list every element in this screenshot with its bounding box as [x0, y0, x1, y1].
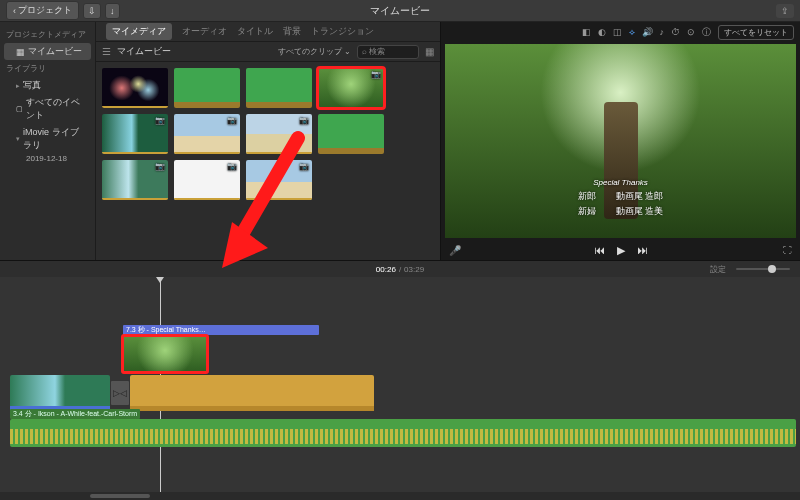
next-button[interactable]: ⏭ [637, 244, 648, 256]
search-input[interactable]: ⌕ 検索 [357, 45, 419, 59]
preview-viewer[interactable]: Special Thanks 新郎 動画尾 造郎 新婦 動画尾 造美 [445, 44, 796, 238]
media-thumb[interactable]: 📷 [246, 114, 312, 154]
filter-icon[interactable]: ⊙ [687, 27, 695, 37]
media-browser: マイメディア オーディオ タイトル 背景 トランジション ☰ マイムービー すべ… [96, 22, 440, 260]
video-clip[interactable] [130, 375, 374, 411]
credit-name: 動画尾 造美 [616, 205, 664, 218]
camera-icon: 📷 [299, 162, 309, 171]
volume-icon[interactable]: 🔊 [642, 27, 653, 37]
preview-pane: ◧ ◐ ◫ ⟡ 🔊 ♪ ⏱ ⊙ ⓘ すべてをリセット Special Thank… [440, 22, 800, 260]
tab-transitions[interactable]: トランジション [311, 25, 374, 38]
media-thumb[interactable] [246, 68, 312, 108]
transition-clip[interactable]: ▷◁ [111, 381, 129, 405]
total-time: 03:29 [404, 265, 424, 274]
media-thumb[interactable]: 📷 [102, 114, 168, 154]
media-thumbnails: 📷 📷 📷 📷 📷 📷 📷 [96, 62, 440, 206]
sidebar-library-label: iMovie ライブラリ [23, 126, 87, 152]
media-thumb[interactable]: 📷 [246, 160, 312, 200]
sidebar-events-label: すべてのイベント [26, 96, 87, 122]
tab-my-media[interactable]: マイメディア [106, 23, 172, 40]
timeline-header: 00:26 / 03:29 設定 [0, 261, 800, 277]
prev-button[interactable]: ⏮ [594, 244, 605, 256]
sidebar-item-all-events[interactable]: ▢ すべてのイベント [4, 94, 91, 124]
media-thumb[interactable] [318, 114, 384, 154]
share-icon: ⇪ [781, 6, 789, 16]
film-icon: ▦ [16, 47, 25, 57]
camera-icon: 📷 [155, 162, 165, 171]
timeline-area: 00:26 / 03:29 設定 7.3 秒 - Special Thanks…… [0, 260, 800, 500]
audio-track[interactable]: 3.4 分 - Ikson - A-While-feat.-Carl-Storm [10, 419, 796, 447]
audio-clip-label: 3.4 分 - Ikson - A-While-feat.-Carl-Storm [10, 409, 140, 419]
media-thumb[interactable]: 📷 [174, 160, 240, 200]
sidebar-photos-label: 写真 [23, 79, 41, 92]
noise-icon[interactable]: ♪ [660, 27, 665, 37]
overlay-clip-thumb[interactable] [123, 336, 207, 372]
stabilize-icon[interactable]: ⟡ [629, 27, 635, 38]
fullscreen-icon[interactable]: ⛶ [783, 245, 792, 255]
transport-controls: 🎤 ⏮ ▶ ⏭ ⛶ [441, 240, 800, 260]
scrollbar-thumb[interactable] [90, 494, 150, 498]
horizontal-scrollbar[interactable] [0, 492, 800, 500]
timeline-settings-button[interactable]: 設定 [710, 264, 726, 275]
arrow-down-icon: ↓ [110, 6, 115, 16]
color-correct-icon[interactable]: ◐ [598, 27, 606, 37]
share-button[interactable]: ⇪ [776, 4, 794, 18]
media-thumb-selected[interactable]: 📷 [318, 68, 384, 108]
camera-icon: 📷 [155, 116, 165, 125]
media-breadcrumb-row: ☰ マイムービー すべてのクリップ ⌄ ⌕ 検索 ▦ [96, 42, 440, 62]
credit-role: 新郎 [578, 190, 596, 203]
chevron-down-icon: ⌄ [344, 47, 351, 56]
top-toolbar: ‹ プロジェクト ⇩ ↓ マイムービー ⇪ [0, 0, 800, 22]
camera-icon: 📷 [371, 70, 381, 79]
media-thumb[interactable] [174, 68, 240, 108]
zoom-slider[interactable] [736, 268, 790, 270]
current-time: 00:26 [376, 265, 396, 274]
sidebar-project-label: マイムービー [28, 45, 82, 58]
reset-all-button[interactable]: すべてをリセット [718, 25, 794, 40]
sidebar-item-library[interactable]: ▾ iMovie ライブラリ [4, 124, 91, 154]
download-icon: ⇩ [88, 6, 96, 16]
event-icon: ▢ [16, 105, 23, 113]
disclosure-icon: ▸ [16, 82, 20, 90]
media-thumb[interactable]: 📷 [174, 114, 240, 154]
overlay-clip-bar[interactable]: 7.3 秒 - Special Thanks… [123, 325, 319, 335]
credit-role: 新婦 [578, 205, 596, 218]
timeline[interactable]: 7.3 秒 - Special Thanks… ▷◁ 3.4 分 - Ikson… [0, 277, 800, 492]
media-thumb[interactable] [102, 68, 168, 108]
camera-icon: 📷 [227, 162, 237, 171]
window-title: マイムービー [370, 4, 430, 18]
media-thumb[interactable]: 📷 [102, 160, 168, 200]
import-arrow-button[interactable]: ↓ [105, 3, 120, 19]
audio-waveform [10, 429, 796, 444]
breadcrumb-text: マイムービー [117, 45, 171, 58]
crop-icon[interactable]: ◫ [613, 27, 622, 37]
filter-label: すべてのクリップ [278, 46, 342, 57]
media-tabs: マイメディア オーディオ タイトル 背景 トランジション [96, 22, 440, 42]
chevron-left-icon: ‹ [13, 6, 16, 16]
tab-titles[interactable]: タイトル [237, 25, 273, 38]
sidebar-item-date[interactable]: 2019-12-18 [4, 154, 91, 163]
back-projects-button[interactable]: ‹ プロジェクト [6, 1, 79, 20]
search-placeholder: 検索 [369, 46, 385, 57]
mic-icon[interactable]: 🎤 [449, 245, 461, 256]
disclosure-icon: ▾ [16, 135, 20, 143]
tab-audio[interactable]: オーディオ [182, 25, 227, 38]
tab-backgrounds[interactable]: 背景 [283, 25, 301, 38]
color-balance-icon[interactable]: ◧ [582, 27, 591, 37]
time-sep: / [399, 265, 401, 274]
info-icon[interactable]: ⓘ [702, 26, 711, 39]
sidebar-item-project[interactable]: ▦ マイムービー [4, 43, 91, 60]
speed-icon[interactable]: ⏱ [671, 27, 680, 37]
overlay-subtitle: Special Thanks [578, 178, 664, 187]
title-overlay: Special Thanks 新郎 動画尾 造郎 新婦 動画尾 造美 [578, 178, 664, 218]
overlay-title-clip[interactable]: 7.3 秒 - Special Thanks… [123, 325, 319, 372]
play-button[interactable]: ▶ [617, 244, 625, 257]
grid-icon[interactable]: ▦ [425, 46, 434, 57]
back-label: プロジェクト [18, 4, 72, 17]
list-icon[interactable]: ☰ [102, 46, 111, 57]
clip-filter-dropdown[interactable]: すべてのクリップ ⌄ [278, 46, 351, 57]
sidebar-header-project: プロジェクトメディア [4, 26, 91, 43]
sidebar-item-photos[interactable]: ▸ 写真 [4, 77, 91, 94]
video-clip[interactable] [10, 375, 110, 411]
import-button[interactable]: ⇩ [83, 3, 101, 19]
